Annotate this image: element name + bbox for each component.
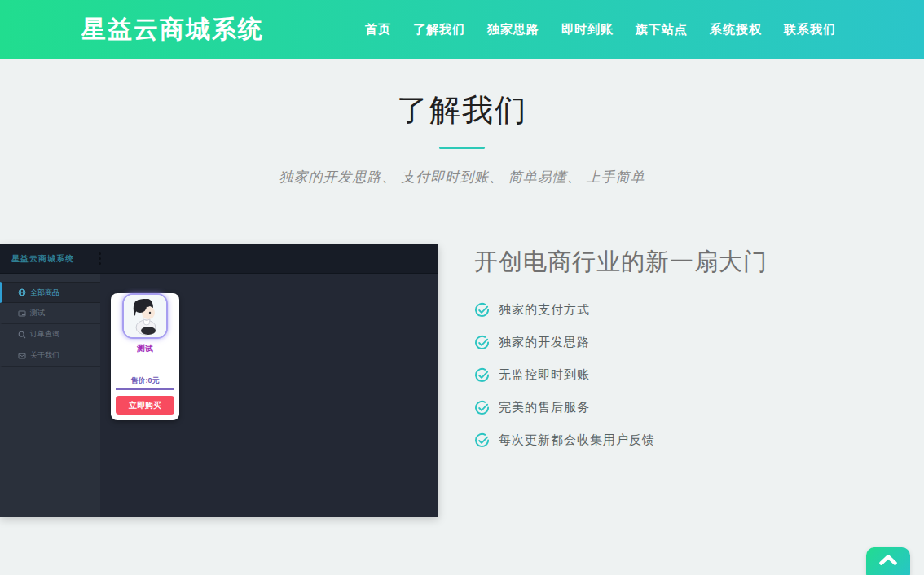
content-row: 星益云商城系统 全部商品 测试 — [0, 244, 924, 517]
check-circle-icon — [474, 302, 490, 318]
feature-item: 独家的开发思路 — [474, 335, 768, 350]
search-icon — [18, 331, 26, 339]
image-icon — [18, 309, 26, 318]
mail-icon — [18, 352, 26, 360]
feature-label: 独家的开发思路 — [499, 335, 590, 350]
sidebar-item-test[interactable]: 测试 — [0, 303, 100, 324]
page-title: 了解我们 — [0, 90, 924, 131]
globe-icon — [18, 288, 26, 296]
nav-item-license[interactable]: 系统授权 — [710, 22, 762, 37]
brand-title[interactable]: 星益云商城系统 — [81, 13, 264, 46]
sidebar-item-order-query[interactable]: 订单查询 — [0, 324, 100, 345]
screenshot-main-area: 测试 售价:0元 立即购买 — [100, 274, 438, 517]
sidebar-item-label: 测试 — [30, 308, 45, 318]
feature-label: 无监控即时到账 — [499, 367, 590, 383]
nav-item-contact[interactable]: 联系我们 — [784, 22, 836, 37]
feature-label: 完美的售后服务 — [499, 400, 590, 415]
sidebar-item-label: 关于我们 — [30, 350, 59, 361]
main-nav: 首页 了解我们 独家思路 即时到账 旗下站点 系统授权 联系我们 — [365, 22, 836, 37]
chibi-character-illustration — [124, 295, 166, 337]
nav-item-home[interactable]: 首页 — [365, 22, 391, 37]
nav-item-instant-pay[interactable]: 即时到账 — [561, 22, 614, 37]
buy-now-button[interactable]: 立即购买 — [116, 396, 174, 415]
chevron-up-icon — [879, 555, 897, 565]
hero-subtitle: 独家的开发思路、 支付即时到账、 简单易懂、 上手简单 — [0, 168, 924, 187]
title-underline — [439, 147, 485, 149]
feature-item: 每次更新都会收集用户反馈 — [474, 432, 768, 448]
about-block: 开创电商行业的新一扇大门 独家的支付方式 独家的开发思路 无监控即时到账 — [474, 244, 768, 465]
product-name: 测试 — [111, 343, 179, 354]
sidebar-item-about-us[interactable]: 关于我们 — [0, 345, 100, 367]
kebab-menu-icon[interactable] — [99, 252, 101, 265]
site-header: 星益云商城系统 首页 了解我们 独家思路 即时到账 旗下站点 系统授权 联系我们 — [0, 0, 924, 59]
feature-label: 独家的支付方式 — [499, 302, 590, 318]
sidebar-item-all-products[interactable]: 全部商品 — [0, 282, 100, 303]
sidebar-item-label: 订单查询 — [30, 329, 59, 340]
nav-item-about[interactable]: 了解我们 — [413, 22, 465, 37]
screenshot-topbar: 星益云商城系统 — [0, 244, 438, 274]
feature-item: 完美的售后服务 — [474, 400, 768, 415]
feature-item: 无监控即时到账 — [474, 367, 768, 383]
feature-label: 每次更新都会收集用户反馈 — [499, 432, 655, 448]
check-circle-icon — [474, 400, 490, 415]
hero-section: 了解我们 独家的开发思路、 支付即时到账、 简单易懂、 上手简单 — [0, 90, 924, 187]
product-image[interactable] — [122, 293, 168, 339]
nav-item-ideas[interactable]: 独家思路 — [487, 22, 539, 37]
back-to-top-button[interactable] — [866, 547, 910, 575]
screenshot-body: 全部商品 测试 订单查询 — [0, 274, 438, 517]
price-divider — [116, 388, 174, 390]
section-heading: 开创电商行业的新一扇大门 — [474, 246, 768, 279]
admin-screenshot: 星益云商城系统 全部商品 测试 — [0, 244, 438, 517]
feature-list: 独家的支付方式 独家的开发思路 无监控即时到账 完美的售后服务 — [474, 302, 768, 448]
check-circle-icon — [474, 432, 490, 448]
feature-item: 独家的支付方式 — [474, 302, 768, 318]
screenshot-app-title: 星益云商城系统 — [11, 253, 74, 265]
check-circle-icon — [474, 335, 490, 350]
screenshot-sidebar: 全部商品 测试 订单查询 — [0, 274, 100, 517]
sidebar-item-label: 全部商品 — [30, 288, 59, 298]
check-circle-icon — [474, 367, 490, 383]
product-price: 售价:0元 — [111, 375, 179, 386]
product-card: 测试 售价:0元 立即购买 — [111, 293, 179, 420]
nav-item-sites[interactable]: 旗下站点 — [636, 22, 688, 37]
